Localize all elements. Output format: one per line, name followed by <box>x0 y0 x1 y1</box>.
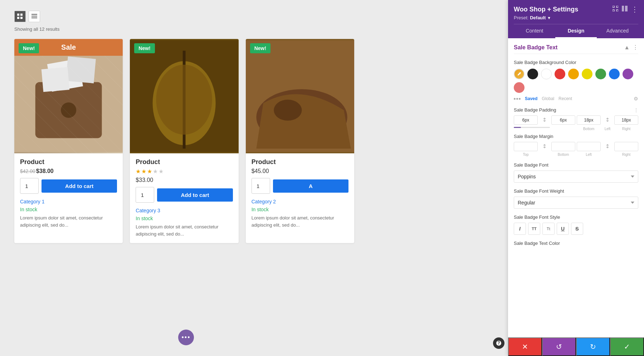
svg-rect-20 <box>613 6 614 8</box>
color-tab-saved[interactable]: Saved <box>525 96 537 101</box>
star-1: ★ <box>136 168 141 175</box>
more-colors-dots[interactable] <box>514 98 521 100</box>
preset-row: Preset: Default ▼ <box>514 15 638 20</box>
add-to-cart-button-1[interactable]: Add to cart <box>42 179 117 193</box>
color-yellow[interactable] <box>582 69 592 79</box>
italic-button[interactable]: I <box>514 223 526 235</box>
focus-icon[interactable] <box>613 6 618 13</box>
redo-icon: ↻ <box>590 342 596 351</box>
product-name-2: Product <box>136 158 233 166</box>
padding-link-icon[interactable]: ⋮ <box>634 108 638 113</box>
price-regular-2: $33.00 <box>136 177 153 183</box>
cart-row-3: A <box>252 178 348 194</box>
padding-bottom-label: Bottom <box>577 127 601 131</box>
color-white[interactable] <box>541 69 552 79</box>
color-black[interactable] <box>527 69 538 79</box>
category-link-2[interactable]: Category 3 <box>130 206 238 215</box>
new-badge-3: New! <box>250 43 270 53</box>
underline-button[interactable]: U <box>557 223 569 235</box>
color-green[interactable] <box>595 69 606 79</box>
padding-left-label: Left <box>602 127 613 131</box>
panel-tabs: Content Design Advanced <box>514 24 638 38</box>
settings-panel: Woo Shop + Settings ⋮ Preset: Default ▼ … <box>508 0 644 356</box>
product-image-wrap-2: New! <box>130 39 238 153</box>
svg-rect-5 <box>31 16 37 16</box>
color-purple[interactable] <box>623 69 633 79</box>
tab-content[interactable]: Content <box>514 24 555 38</box>
floating-dots-button[interactable]: ••• <box>178 330 194 345</box>
svg-rect-0 <box>17 14 19 16</box>
padding-label: Sale Badge Padding <box>514 107 556 113</box>
eyedropper-swatch[interactable] <box>514 69 525 79</box>
preset-arrow-icon[interactable]: ▼ <box>547 16 551 20</box>
category-link-3[interactable]: Category 2 <box>246 197 354 206</box>
quantity-input-1[interactable] <box>20 178 39 194</box>
color-red[interactable] <box>555 69 565 79</box>
font-weight-select[interactable]: Regular <box>514 197 638 209</box>
margin-right-link[interactable] <box>602 144 613 149</box>
undo-button[interactable]: ↺ <box>542 337 576 356</box>
margin-top-link[interactable] <box>539 144 550 149</box>
product-info-2: Product ★ ★ ★ ★ ★ $33.00 <box>130 153 238 183</box>
confirm-button[interactable]: ✓ <box>610 337 644 356</box>
margin-left-input[interactable] <box>577 142 601 151</box>
add-to-cart-button-3[interactable]: A <box>273 179 348 193</box>
tab-advanced[interactable]: Advanced <box>597 24 638 38</box>
margin-top-input[interactable] <box>514 142 538 151</box>
quantity-input-3[interactable] <box>252 178 270 194</box>
color-amber[interactable] <box>568 69 579 79</box>
helper-icon[interactable] <box>493 337 504 349</box>
padding-bottom-input[interactable] <box>551 115 575 125</box>
category-link-1[interactable]: Category 1 <box>14 197 123 206</box>
padding-left-input[interactable] <box>577 115 601 125</box>
stock-status-1: In stock <box>14 206 123 214</box>
cancel-button[interactable]: ✕ <box>508 337 542 356</box>
svg-rect-25 <box>625 6 628 11</box>
padding-top-input[interactable] <box>514 115 538 125</box>
capitalize-button[interactable]: Tt <box>542 223 555 235</box>
uppercase-button[interactable]: TT <box>528 223 540 235</box>
section-more-icon[interactable]: ⋮ <box>633 44 638 51</box>
margin-label: Sale Badge Margin <box>514 134 553 139</box>
product-name-3: Product <box>252 158 348 166</box>
collapse-icon[interactable]: ▲ <box>624 44 630 51</box>
color-pink[interactable] <box>514 82 525 93</box>
svg-rect-10 <box>47 59 83 92</box>
color-settings-gear[interactable]: ⚙ <box>634 96 638 102</box>
color-tab-recent[interactable]: Recent <box>558 96 572 101</box>
padding-right-input[interactable] <box>614 115 638 125</box>
results-text: Showing all 12 results <box>14 26 494 32</box>
color-tab-global[interactable]: Global <box>542 96 554 101</box>
columns-icon[interactable] <box>622 6 628 13</box>
grid-view-button[interactable] <box>14 11 26 22</box>
new-badge-1: New! <box>19 43 39 53</box>
margin-left-label: Left <box>577 153 601 157</box>
section-title: Sale Badge Text <box>514 44 557 51</box>
strikethrough-button[interactable]: S <box>571 223 583 235</box>
main-content: Showing all 12 results Sale Ne <box>0 0 508 356</box>
quantity-input-2[interactable] <box>136 187 154 203</box>
undo-icon: ↺ <box>556 342 562 351</box>
color-blue[interactable] <box>609 69 620 79</box>
margin-field-row: Sale Badge Margin <box>514 134 638 139</box>
padding-field-row: Sale Badge Padding ⋮ <box>514 107 638 113</box>
margin-top-label: Top <box>514 153 538 157</box>
font-select[interactable]: Poppins <box>514 170 638 183</box>
add-to-cart-button-2[interactable]: Add to cart <box>157 188 233 202</box>
product-image-wrap-3: New! <box>246 39 354 153</box>
margin-bottom-input[interactable] <box>551 142 575 151</box>
svg-rect-23 <box>616 10 618 11</box>
margin-right-input[interactable] <box>614 142 638 151</box>
tab-design[interactable]: Design <box>555 24 597 38</box>
star-4: ★ <box>153 168 158 175</box>
padding-top-label <box>551 127 575 131</box>
price-wrap-2: $33.00 <box>136 177 233 183</box>
padding-right-link[interactable] <box>602 117 613 123</box>
more-options-icon[interactable]: ⋮ <box>631 5 638 14</box>
panel-body: Sale Badge Text ▲ ⋮ Sale Badge Backgroun… <box>508 38 644 337</box>
list-view-button[interactable] <box>29 11 40 22</box>
redo-button[interactable]: ↻ <box>576 337 610 356</box>
view-toolbar <box>14 11 494 22</box>
padding-top-link[interactable] <box>539 117 550 123</box>
svg-point-9 <box>61 103 76 118</box>
